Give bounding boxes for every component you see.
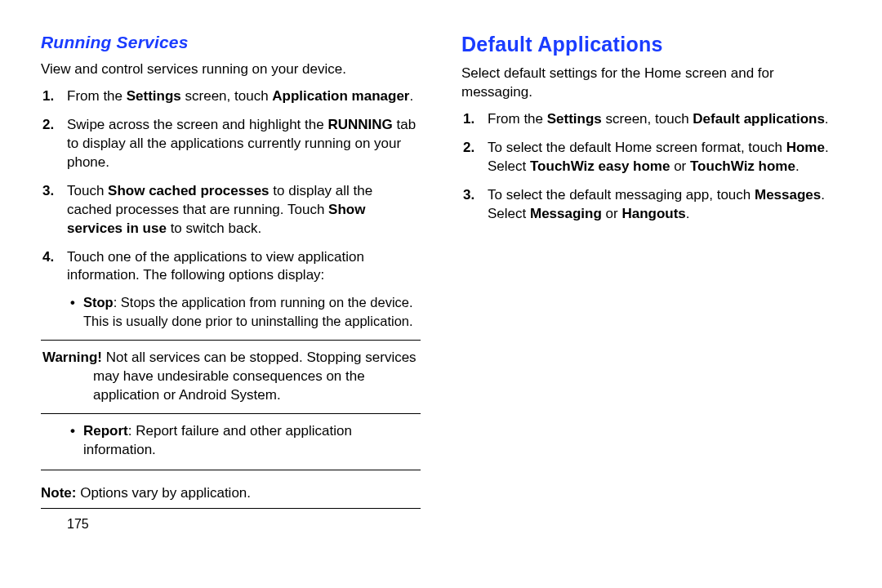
running-services-heading: Running Services (41, 33, 421, 52)
running-services-steps: From the Settings screen, touch Applicat… (41, 87, 421, 330)
running-services-intro: View and control services running on you… (41, 60, 421, 79)
left-column: Running Services View and control servic… (41, 33, 445, 572)
step-2: Swipe across the screen and highlight th… (67, 116, 421, 172)
right-column: Default Applications Select default sett… (445, 33, 858, 572)
warning-text: Warning! Not all services can be stopped… (42, 349, 419, 405)
step-3: Touch Show cached processes to display a… (67, 182, 421, 238)
step-1: From the Settings screen, touch Applicat… (67, 87, 421, 106)
warning-block: Warning! Not all services can be stopped… (41, 340, 421, 414)
default-applications-heading: Default Applications (461, 33, 841, 56)
bullet-report-list: Report: Report failure and other applica… (41, 422, 421, 470)
note-block: Note: Options vary by application. (41, 479, 421, 509)
bullet-stop: Stop: Stops the application from running… (83, 293, 421, 330)
default-applications-steps: From the Settings screen, touch Default … (461, 110, 841, 224)
step-2: To select the default Home screen format… (488, 139, 841, 176)
step-4: Touch one of the applications to view ap… (67, 248, 421, 330)
page-number: 175 (41, 517, 421, 532)
step-1: From the Settings screen, touch Default … (488, 110, 841, 129)
step-3: To select the default messaging app, tou… (488, 186, 841, 224)
default-applications-intro: Select default settings for the Home scr… (461, 65, 841, 102)
step-4-bullets: Stop: Stops the application from running… (67, 293, 421, 330)
bullet-report: Report: Report failure and other applica… (83, 422, 421, 460)
